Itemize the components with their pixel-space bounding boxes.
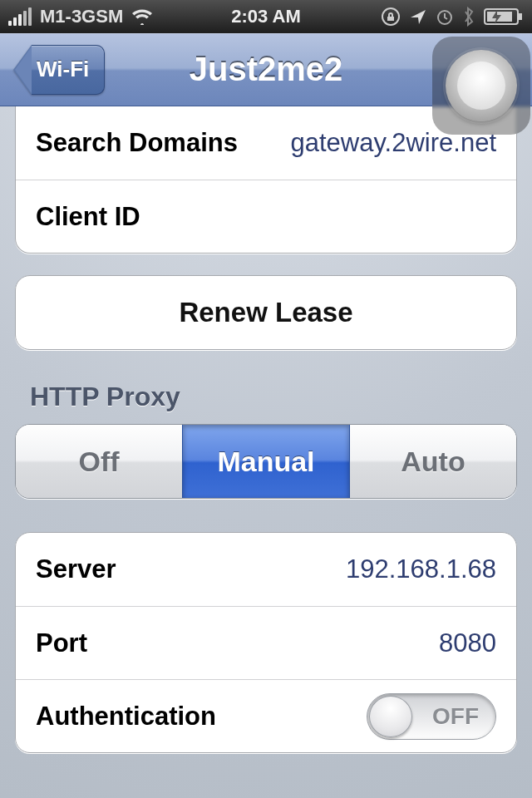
proxy-mode-manual[interactable]: Manual [182,425,349,498]
assistive-touch-button[interactable] [432,37,530,135]
proxy-settings-group: Server 192.168.1.68 Port 8080 Authentica… [15,532,517,753]
proxy-port-label: Port [36,628,87,658]
http-proxy-header: HTTP Proxy [30,382,517,412]
renew-lease-group: Renew Lease [15,275,517,350]
status-bar: M1-3GSM 2:03 AM [0,0,532,33]
proxy-port-value: 8080 [439,628,496,658]
nav-bar: Wi-Fi Just2me2 [0,33,532,106]
proxy-mode-off[interactable]: Off [16,425,182,498]
search-domains-label: Search Domains [36,128,238,158]
proxy-auth-label: Authentication [36,702,216,732]
toggle-knob [369,696,412,737]
renew-lease-label: Renew Lease [179,297,352,328]
back-button-label: Wi-Fi [32,45,105,95]
proxy-server-value: 192.168.1.68 [346,554,496,584]
proxy-mode-segmented: Off Manual Auto [15,424,517,499]
page-title: Just2me2 [190,51,343,88]
content-area: Search Domains gateway.2wire.net Client … [0,106,532,753]
proxy-server-label: Server [36,554,116,584]
proxy-port-row[interactable]: Port 8080 [16,606,516,679]
renew-lease-button[interactable]: Renew Lease [16,276,516,349]
proxy-auth-toggle[interactable]: OFF [367,693,496,740]
proxy-auth-row: Authentication OFF [16,679,516,752]
client-id-label: Client ID [36,202,140,232]
back-button[interactable]: Wi-Fi [13,45,105,95]
proxy-auth-state: OFF [432,703,479,730]
status-time: 2:03 AM [0,6,532,27]
proxy-mode-auto[interactable]: Auto [349,425,516,498]
client-id-row[interactable]: Client ID [16,180,516,253]
proxy-server-row[interactable]: Server 192.168.1.68 [16,533,516,606]
